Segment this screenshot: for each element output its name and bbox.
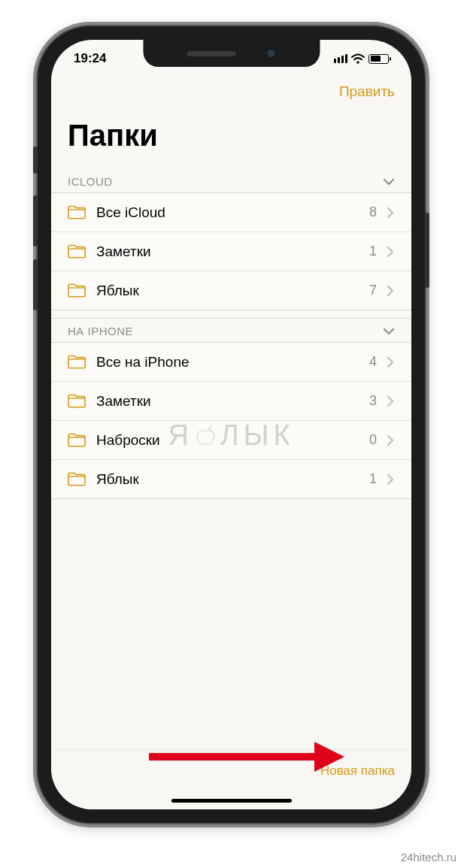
chevron-right-icon: [386, 246, 395, 258]
folder-icon: [68, 394, 86, 408]
chevron-right-icon: [386, 395, 395, 407]
chevron-down-icon: [383, 326, 395, 337]
phone-frame: 19:24 Править Папки ICLOUD Все iCloud 8: [38, 26, 425, 823]
folder-count: 0: [369, 432, 377, 448]
folder-count: 8: [369, 204, 377, 220]
volume-down-button: [33, 259, 38, 310]
edit-button[interactable]: Править: [339, 83, 395, 100]
section-header-label: НА IPHONE: [68, 325, 133, 337]
battery-icon: [368, 54, 389, 64]
section-header-label: ICLOUD: [68, 175, 113, 188]
wifi-icon: [351, 53, 365, 64]
annotation-arrow: [149, 746, 344, 766]
source-credit: 24hitech.ru: [401, 851, 456, 863]
screen: 19:24 Править Папки ICLOUD Все iCloud 8: [51, 40, 411, 809]
folder-row[interactable]: Яблык 1: [51, 460, 411, 499]
folder-icon: [68, 355, 86, 369]
chevron-right-icon: [386, 434, 395, 446]
folder-count: 4: [369, 354, 377, 370]
folder-count: 3: [369, 393, 377, 409]
notch: [143, 40, 320, 67]
folder-list: ICLOUD Все iCloud 8 Заметки 1: [51, 169, 411, 499]
status-time: 19:24: [74, 51, 106, 66]
chevron-right-icon: [386, 285, 395, 297]
folder-row[interactable]: Заметки 1: [51, 232, 411, 271]
folder-count: 1: [369, 471, 377, 487]
folder-name: Заметки: [96, 393, 369, 410]
folder-name: Все iCloud: [96, 204, 369, 221]
folder-icon: [68, 472, 86, 486]
folder-icon: [68, 283, 86, 298]
folder-row[interactable]: Яблык 7: [51, 271, 411, 310]
chevron-right-icon: [386, 356, 395, 368]
folder-row[interactable]: Наброски 0: [51, 421, 411, 460]
folder-icon: [68, 433, 86, 447]
mute-switch: [33, 147, 38, 174]
folder-name: Наброски: [96, 432, 369, 449]
folder-icon: [68, 205, 86, 219]
folder-count: 7: [369, 283, 377, 298]
section-header-iphone[interactable]: НА IPHONE: [51, 318, 411, 343]
volume-up-button: [33, 195, 38, 246]
power-button: [425, 213, 429, 288]
folder-name: Все на iPhone: [96, 354, 369, 370]
chevron-right-icon: [386, 473, 395, 485]
speaker-grille: [187, 51, 235, 56]
folder-icon: [68, 244, 86, 259]
folder-row[interactable]: Все iCloud 8: [51, 193, 411, 232]
folder-count: 1: [369, 243, 377, 259]
chevron-right-icon: [386, 207, 395, 219]
front-camera: [265, 48, 276, 59]
folder-name: Яблык: [96, 471, 369, 488]
section-header-icloud[interactable]: ICLOUD: [51, 169, 411, 193]
folder-name: Яблык: [96, 283, 369, 299]
home-indicator[interactable]: [171, 799, 292, 803]
page-title: Папки: [68, 119, 158, 153]
folder-name: Заметки: [96, 243, 369, 260]
folder-row[interactable]: Заметки 3: [51, 382, 411, 421]
chevron-down-icon: [383, 177, 395, 187]
folder-row[interactable]: Все на iPhone 4: [51, 343, 411, 382]
cellular-icon: [334, 54, 348, 63]
